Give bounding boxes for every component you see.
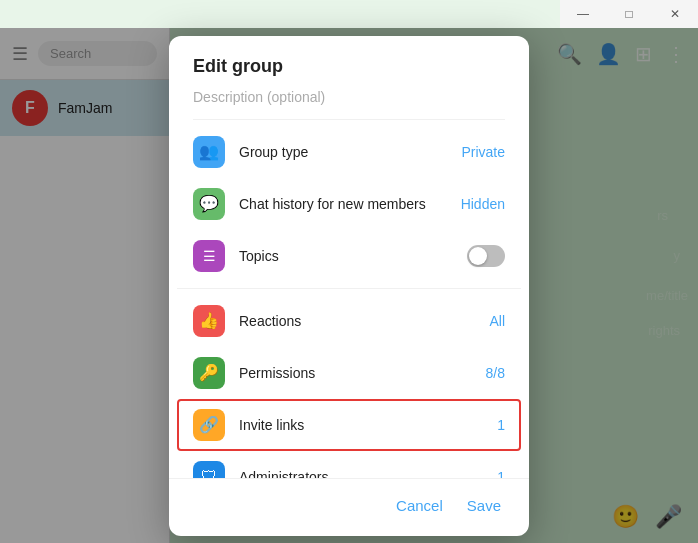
group-type-icon: 👥 — [193, 136, 225, 168]
topics-toggle[interactable] — [467, 245, 505, 267]
permissions-icon: 🔑 — [193, 357, 225, 389]
invite-links-label: Invite links — [239, 417, 483, 433]
modal-header: Edit group Description (optional) — [169, 36, 529, 120]
administrators-icon: 🛡 — [193, 461, 225, 478]
chat-history-value: Hidden — [461, 196, 505, 212]
menu-row-chat-history[interactable]: 💬 Chat history for new members Hidden — [177, 178, 521, 230]
modal-overlay: Edit group Description (optional) 👥 Grou… — [0, 28, 698, 543]
invite-links-icon: 🔗 — [193, 409, 225, 441]
reactions-label: Reactions — [239, 313, 475, 329]
menu-row-group-type[interactable]: 👥 Group type Private — [177, 126, 521, 178]
permissions-label: Permissions — [239, 365, 472, 381]
topics-label: Topics — [239, 248, 453, 264]
modal-footer: Cancel Save — [169, 478, 529, 536]
section-settings: 👥 Group type Private 💬 Chat history for … — [177, 120, 521, 288]
maximize-button[interactable]: □ — [606, 0, 652, 28]
close-button[interactable]: ✕ — [652, 0, 698, 28]
administrators-value: 1 — [497, 469, 505, 478]
menu-row-topics[interactable]: ☰ Topics — [177, 230, 521, 282]
modal-title: Edit group — [193, 56, 505, 77]
permissions-value: 8/8 — [486, 365, 505, 381]
invite-links-value: 1 — [497, 417, 505, 433]
description-label: Description (optional) — [193, 89, 505, 120]
menu-row-reactions[interactable]: 👍 Reactions All — [177, 295, 521, 347]
reactions-value: All — [489, 313, 505, 329]
topics-icon: ☰ — [193, 240, 225, 272]
minimize-button[interactable]: — — [560, 0, 606, 28]
window-frame: — □ ✕ ☰ Search F FamJam 🔍 👤 ⊞ ⋮ — [0, 0, 698, 543]
cancel-button[interactable]: Cancel — [392, 491, 447, 520]
chat-history-label: Chat history for new members — [239, 196, 447, 212]
edit-group-modal: Edit group Description (optional) 👥 Grou… — [169, 36, 529, 536]
group-type-value: Private — [461, 144, 505, 160]
menu-row-invite-links[interactable]: 🔗 Invite links 1 — [177, 399, 521, 451]
reactions-icon: 👍 — [193, 305, 225, 337]
menu-row-permissions[interactable]: 🔑 Permissions 8/8 — [177, 347, 521, 399]
menu-row-administrators[interactable]: 🛡 Administrators 1 — [177, 451, 521, 478]
group-type-label: Group type — [239, 144, 447, 160]
save-button[interactable]: Save — [463, 491, 505, 520]
administrators-label: Administrators — [239, 469, 483, 478]
window-controls: — □ ✕ — [560, 0, 698, 28]
section-moderation: 👍 Reactions All 🔑 Permissions 8/8 🔗 Invi… — [177, 288, 521, 478]
modal-body: 👥 Group type Private 💬 Chat history for … — [169, 120, 529, 478]
chat-history-icon: 💬 — [193, 188, 225, 220]
